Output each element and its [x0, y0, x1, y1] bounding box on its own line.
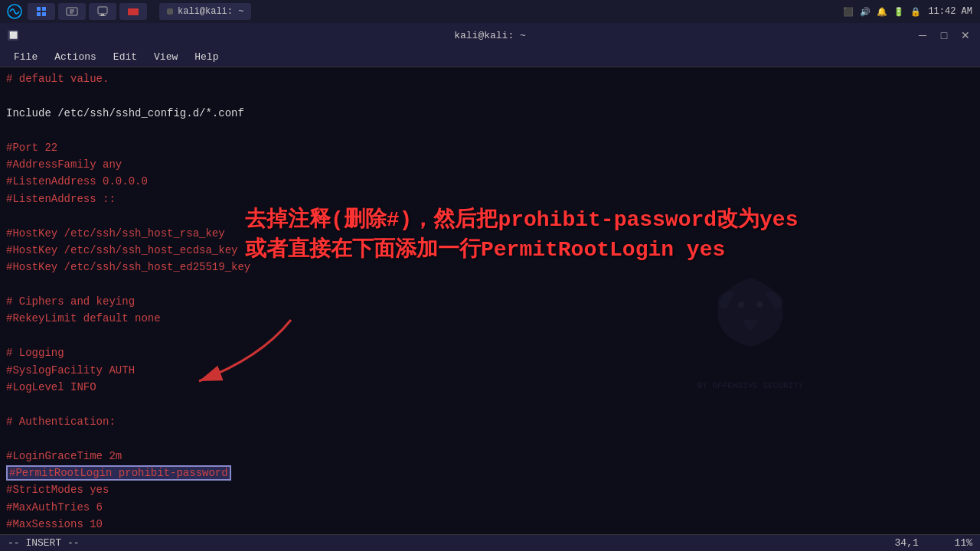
- taskbar: kali@kali: ~ ⬛ 🔊 🔔 🔋 🔒 11:42 AM: [0, 0, 980, 23]
- svg-rect-7: [101, 14, 104, 15]
- code-line: [6, 533, 974, 534]
- clock-time: 11:42 AM: [928, 6, 972, 17]
- status-bar: -- INSERT -- 34,1 11%: [0, 534, 980, 551]
- code-line: #ListenAddress ::: [6, 191, 974, 207]
- editor[interactable]: # default value. Include /etc/ssh/sshd_c…: [0, 67, 980, 534]
- menu-actions[interactable]: Actions: [47, 50, 104, 64]
- code-line: #MaxAuthTries 6: [6, 499, 974, 516]
- code-line: Include /etc/ssh/sshd_config.d/*.conf: [6, 105, 974, 122]
- close-button[interactable]: ✕: [957, 28, 974, 42]
- taskbar-app-3[interactable]: [89, 3, 116, 20]
- code-line: [6, 122, 974, 139]
- maximize-button[interactable]: □: [936, 28, 952, 42]
- menu-view[interactable]: View: [146, 50, 185, 64]
- code-line: #LoginGraceTime 2m: [6, 448, 974, 465]
- svg-rect-4: [42, 12, 46, 16]
- code-line: #StrictModes yes: [6, 481, 974, 498]
- window-icon: ⬜: [8, 30, 18, 41]
- terminal-dot: [167, 8, 173, 15]
- menu-edit[interactable]: Edit: [106, 50, 145, 64]
- code-line: #HostKey /etc/ssh/ssh_host_rsa_key: [6, 225, 974, 242]
- code-line: #AddressFamily any: [6, 156, 974, 173]
- tray-icons: ⬛ 🔊 🔔 🔋 🔒: [842, 5, 922, 18]
- code-line: # default value.: [6, 70, 974, 87]
- code-line: #Port 22: [6, 139, 974, 156]
- code-line: #PermitRootLogin prohibit-password: [6, 465, 974, 481]
- code-line: #HostKey /etc/ssh/ssh_host_ed25519_key: [6, 259, 974, 276]
- svg-rect-8: [100, 15, 106, 16]
- editor-mode: -- INSERT --: [8, 537, 80, 549]
- taskbar-app-1[interactable]: [28, 3, 55, 20]
- code-line: #MaxSessions 10: [6, 516, 974, 533]
- code-line: # Logging: [6, 344, 974, 361]
- svg-rect-2: [42, 7, 46, 11]
- taskbar-terminal[interactable]: kali@kali: ~: [159, 3, 251, 20]
- code-line: [6, 430, 974, 447]
- code-line: #HostKey /etc/ssh/ssh_host_ecdsa_key: [6, 242, 974, 259]
- minimize-button[interactable]: ─: [914, 28, 931, 42]
- cursor-position: 34,1 11%: [895, 537, 972, 549]
- menu-file[interactable]: File: [6, 50, 45, 64]
- menu-help[interactable]: Help: [187, 50, 226, 64]
- code-line: #ListenAddress 0.0.0.0: [6, 173, 974, 190]
- code-line: # Authentication:: [6, 413, 974, 430]
- code-container: # default value. Include /etc/ssh/sshd_c…: [6, 70, 974, 534]
- taskbar-app-2[interactable]: [58, 3, 86, 20]
- lock-icon: 🔒: [910, 5, 922, 18]
- menu-bar: File Actions Edit View Help: [0, 47, 980, 67]
- terminal-label: kali@kali: ~: [178, 6, 243, 17]
- svg-rect-6: [98, 7, 107, 14]
- code-line: #LogLevel INFO: [6, 379, 974, 396]
- svg-rect-3: [37, 12, 41, 16]
- window-title: kali@kali: ~: [454, 30, 526, 41]
- monitor-icon: ⬛: [842, 5, 854, 18]
- taskbar-app-4[interactable]: [119, 3, 147, 20]
- volume-icon: 🔊: [859, 5, 871, 18]
- kali-logo: [6, 3, 23, 20]
- battery-icon: 🔋: [893, 5, 905, 18]
- title-bar: ⬜ kali@kali: ~ ─ □ ✕: [0, 23, 980, 47]
- svg-rect-9: [128, 8, 139, 15]
- code-line: [6, 87, 974, 104]
- title-bar-left: ⬜: [8, 30, 18, 41]
- code-line: [6, 328, 974, 344]
- svg-rect-1: [37, 7, 41, 11]
- code-line: # Ciphers and keying: [6, 293, 974, 310]
- terminal-window: ⬜ kali@kali: ~ ─ □ ✕ File Actions Edit V…: [0, 23, 980, 551]
- code-line: [6, 207, 974, 224]
- bell-icon: 🔔: [876, 5, 888, 18]
- code-line: #RekeyLimit default none: [6, 310, 974, 327]
- code-line: [6, 396, 974, 412]
- code-line: #SyslogFacility AUTH: [6, 362, 974, 379]
- taskbar-apps: [28, 3, 147, 20]
- code-line: [6, 276, 974, 293]
- window-controls: ─ □ ✕: [914, 28, 974, 42]
- taskbar-clock: ⬛ 🔊 🔔 🔋 🔒 11:42 AM: [842, 0, 972, 23]
